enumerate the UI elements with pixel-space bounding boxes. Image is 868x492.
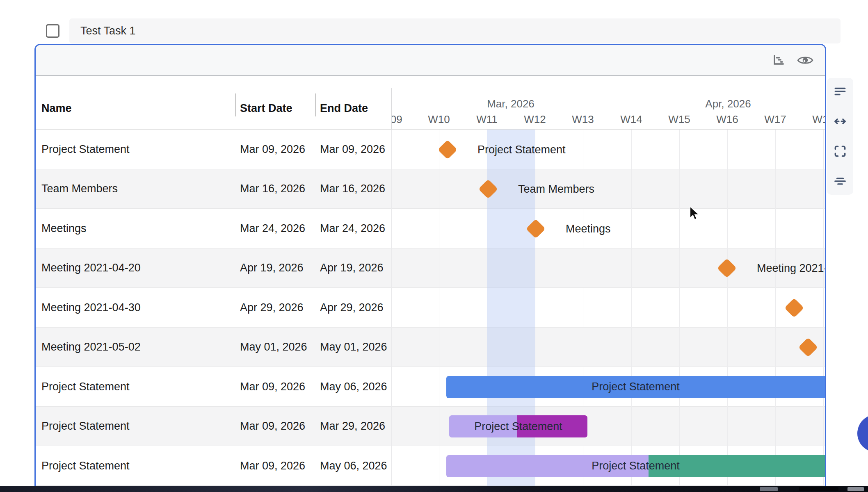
cell-end-date: Mar 24, 2026 [320, 209, 385, 248]
task-row-label: Test Task 1 [80, 18, 136, 43]
cell-end-date: May 06, 2026 [320, 446, 387, 485]
cell-start-date: Apr 29, 2026 [240, 288, 304, 327]
gantt-chart-area: Project StatementTeam MembersMeetingsMee… [391, 130, 825, 492]
gantt-panel-toolbar [36, 45, 825, 76]
cell-name: Meeting 2021-04-20 [41, 248, 141, 287]
cell-name: Meeting 2021-04-30 [41, 288, 141, 327]
week-gridline [775, 130, 776, 492]
task-bar-label: Project Statement [592, 380, 680, 393]
cell-end-date: Mar 09, 2026 [320, 130, 385, 169]
taskbar [0, 486, 868, 492]
cell-end-date: Apr 19, 2026 [320, 248, 384, 287]
row-density-icon[interactable] [832, 84, 848, 99]
milestone-label: Meetings [566, 222, 611, 235]
cell-start-date: Mar 09, 2026 [240, 446, 305, 485]
week-gridline [631, 130, 632, 492]
week-label: W16 [716, 113, 738, 126]
cell-start-date: Mar 09, 2026 [240, 130, 305, 169]
fullscreen-icon[interactable] [832, 144, 848, 159]
cell-start-date: May 01, 2026 [240, 328, 307, 367]
milestone-diamond[interactable] [784, 298, 804, 317]
task-checkbox[interactable] [46, 24, 59, 38]
cell-start-date: Mar 24, 2026 [240, 209, 305, 248]
week-label: W17 [764, 113, 786, 126]
week-gridline [727, 130, 728, 492]
cell-end-date: Mar 29, 2026 [320, 407, 385, 446]
task-bar[interactable]: Project Statement [446, 455, 825, 477]
eye-icon[interactable] [797, 52, 813, 68]
cell-name: Project Statement [41, 446, 130, 485]
milestone-label: Project Statement [477, 143, 566, 156]
cell-name: Project Statement [41, 367, 130, 406]
timeline-header: Mar, 2026Apr, 2026W09W10W11W12W13W14W15W… [391, 88, 825, 129]
gantt-app-screen: Test Task 1 Name Start [0, 0, 868, 492]
grid-header: Name Start Date End Date Mar, 2026Apr, 2… [36, 88, 825, 130]
week-label: W13 [572, 113, 594, 126]
week-gridline [823, 130, 824, 492]
task-bar-label: Project Statement [592, 460, 680, 472]
taskbar-item[interactable] [847, 487, 864, 491]
cell-start-date: Mar 16, 2026 [240, 169, 305, 208]
cell-name: Project Statement [41, 407, 130, 446]
column-header-name[interactable]: Name [41, 88, 72, 129]
cell-name: Meetings [41, 209, 87, 248]
week-label: W11 [476, 113, 498, 126]
task-row-background [69, 18, 841, 43]
cell-end-date: May 01, 2026 [320, 328, 387, 367]
week-label: W12 [524, 113, 546, 126]
cell-name: Meeting 2021-05-02 [41, 328, 141, 367]
week-label: W14 [620, 113, 642, 126]
milestone-label: Team Members [518, 183, 594, 196]
task-bar-label: Project Statement [474, 420, 562, 433]
column-resize-handle[interactable] [235, 93, 236, 116]
week-label: W10 [428, 113, 450, 126]
week-gridline [679, 130, 680, 492]
cell-name: Project Statement [41, 130, 130, 169]
week-label: W15 [668, 113, 690, 126]
cell-name: Team Members [41, 169, 118, 208]
gantt-panel: Name Start Date End Date Mar, 2026Apr, 2… [34, 44, 826, 492]
task-bar[interactable]: Project Statement [446, 376, 825, 398]
chart-side-toolbar [827, 78, 853, 195]
taskbar-item[interactable] [799, 487, 838, 491]
floating-action-button[interactable] [857, 415, 868, 452]
month-label: Mar, 2026 [487, 98, 535, 110]
milestone-diamond[interactable] [798, 337, 818, 357]
column-header-start[interactable]: Start Date [240, 88, 292, 129]
cell-start-date: Apr 19, 2026 [240, 248, 304, 287]
milestone-diamond[interactable] [717, 258, 737, 278]
collapse-rows-icon[interactable] [832, 173, 848, 189]
cell-end-date: Apr 29, 2026 [320, 288, 384, 327]
week-label: W09 [391, 113, 402, 126]
week-gridline [439, 130, 439, 492]
gantt-chart-icon[interactable] [770, 52, 786, 68]
cell-start-date: Mar 09, 2026 [240, 407, 305, 446]
column-header-end[interactable]: End Date [320, 88, 368, 129]
month-label: Apr, 2026 [705, 98, 751, 110]
week-gridline [391, 130, 392, 492]
week-label: W18 [812, 113, 825, 126]
taskbar-item[interactable] [760, 487, 778, 491]
milestone-diamond[interactable] [438, 139, 457, 159]
cell-end-date: Mar 16, 2026 [320, 169, 385, 208]
milestone-label: Meeting 2021-04-20 [757, 262, 826, 275]
cell-end-date: May 06, 2026 [320, 367, 387, 406]
cell-start-date: Mar 09, 2026 [240, 367, 305, 406]
fit-width-icon[interactable] [832, 114, 848, 129]
task-bar[interactable]: Project Statement [449, 415, 587, 437]
column-resize-handle[interactable] [315, 93, 316, 116]
